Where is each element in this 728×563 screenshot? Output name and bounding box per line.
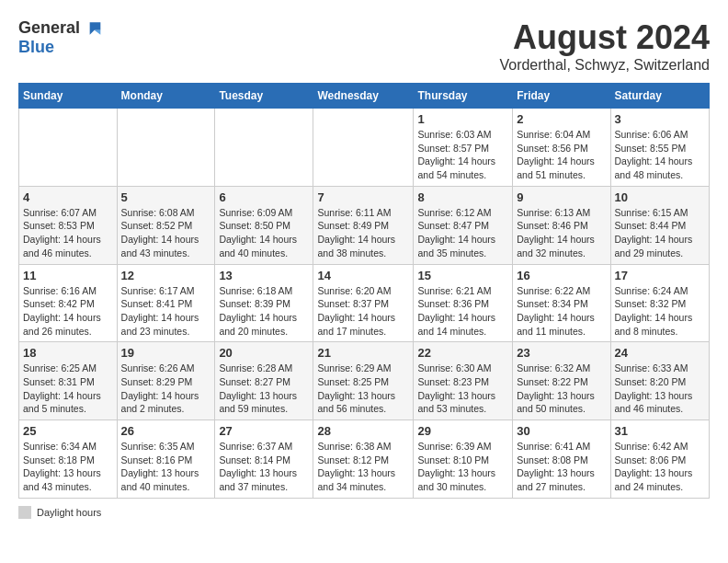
day-info: Sunrise: 6:11 AM Sunset: 8:49 PM Dayligh… (317, 206, 409, 260)
calendar-cell: 9Sunrise: 6:13 AM Sunset: 8:46 PM Daylig… (513, 186, 610, 264)
day-number: 15 (417, 269, 508, 282)
header-cell-saturday: Saturday (610, 84, 709, 109)
calendar-cell: 28Sunrise: 6:38 AM Sunset: 8:12 PM Dayli… (313, 420, 414, 499)
day-info: Sunrise: 6:03 AM Sunset: 8:57 PM Dayligh… (417, 128, 508, 182)
calendar-cell: 22Sunrise: 6:30 AM Sunset: 8:23 PM Dayli… (414, 342, 513, 420)
day-info: Sunrise: 6:29 AM Sunset: 8:25 PM Dayligh… (317, 362, 409, 416)
calendar-week-3: 18Sunrise: 6:25 AM Sunset: 8:31 PM Dayli… (19, 342, 710, 420)
calendar-body: 1Sunrise: 6:03 AM Sunset: 8:57 PM Daylig… (19, 109, 710, 499)
day-info: Sunrise: 6:07 AM Sunset: 8:53 PM Dayligh… (23, 206, 113, 260)
main-title: August 2024 (499, 18, 710, 57)
logo-icon (84, 19, 102, 38)
daylight-icon (18, 506, 31, 519)
calendar-cell: 17Sunrise: 6:24 AM Sunset: 8:32 PM Dayli… (610, 264, 709, 342)
day-info: Sunrise: 6:42 AM Sunset: 8:06 PM Dayligh… (615, 440, 705, 494)
day-info: Sunrise: 6:39 AM Sunset: 8:10 PM Dayligh… (417, 440, 508, 494)
day-info: Sunrise: 6:22 AM Sunset: 8:34 PM Dayligh… (517, 284, 606, 339)
day-info: Sunrise: 6:13 AM Sunset: 8:46 PM Dayligh… (517, 206, 606, 260)
day-number: 28 (317, 424, 409, 438)
day-number: 26 (121, 424, 211, 438)
day-info: Sunrise: 6:25 AM Sunset: 8:31 PM Dayligh… (23, 362, 113, 416)
calendar-cell: 30Sunrise: 6:41 AM Sunset: 8:08 PM Dayli… (513, 420, 610, 499)
day-number: 27 (219, 424, 309, 438)
day-number: 13 (219, 269, 309, 282)
calendar-cell: 26Sunrise: 6:35 AM Sunset: 8:16 PM Dayli… (117, 420, 215, 499)
day-info: Sunrise: 6:34 AM Sunset: 8:18 PM Dayligh… (23, 440, 113, 494)
day-number: 7 (317, 190, 409, 204)
day-number: 24 (615, 346, 705, 360)
day-number: 23 (517, 346, 606, 360)
day-info: Sunrise: 6:16 AM Sunset: 8:42 PM Dayligh… (23, 284, 113, 339)
calendar-cell: 14Sunrise: 6:20 AM Sunset: 8:37 PM Dayli… (313, 264, 414, 342)
day-number: 3 (615, 112, 705, 126)
day-number: 11 (23, 269, 113, 282)
day-number: 1 (417, 112, 508, 126)
header-cell-wednesday: Wednesday (313, 84, 414, 109)
calendar-cell: 3Sunrise: 6:06 AM Sunset: 8:55 PM Daylig… (610, 109, 709, 187)
day-number: 4 (23, 190, 113, 204)
page-header: General Blue August 2024 Vorderthal, Sch… (18, 18, 710, 74)
calendar-cell: 6Sunrise: 6:09 AM Sunset: 8:50 PM Daylig… (215, 186, 313, 264)
day-info: Sunrise: 6:21 AM Sunset: 8:36 PM Dayligh… (417, 284, 508, 339)
calendar-cell: 18Sunrise: 6:25 AM Sunset: 8:31 PM Dayli… (19, 342, 118, 420)
day-number: 18 (23, 346, 113, 360)
calendar-cell: 20Sunrise: 6:28 AM Sunset: 8:27 PM Dayli… (215, 342, 313, 420)
footer-label: Daylight hours (37, 507, 101, 518)
day-info: Sunrise: 6:30 AM Sunset: 8:23 PM Dayligh… (417, 362, 508, 416)
calendar-cell: 2Sunrise: 6:04 AM Sunset: 8:56 PM Daylig… (513, 109, 610, 187)
day-number: 16 (517, 269, 606, 282)
logo-general-text: General (18, 18, 80, 38)
calendar-cell: 21Sunrise: 6:29 AM Sunset: 8:25 PM Dayli… (313, 342, 414, 420)
calendar-cell: 8Sunrise: 6:12 AM Sunset: 8:47 PM Daylig… (414, 186, 513, 264)
day-info: Sunrise: 6:04 AM Sunset: 8:56 PM Dayligh… (517, 128, 606, 182)
calendar-week-4: 25Sunrise: 6:34 AM Sunset: 8:18 PM Dayli… (19, 420, 710, 499)
footer: Daylight hours (18, 506, 710, 519)
day-info: Sunrise: 6:26 AM Sunset: 8:29 PM Dayligh… (121, 362, 211, 416)
day-number: 5 (121, 190, 211, 204)
calendar-cell: 15Sunrise: 6:21 AM Sunset: 8:36 PM Dayli… (414, 264, 513, 342)
day-info: Sunrise: 6:41 AM Sunset: 8:08 PM Dayligh… (517, 440, 606, 494)
calendar-cell: 1Sunrise: 6:03 AM Sunset: 8:57 PM Daylig… (414, 109, 513, 187)
day-info: Sunrise: 6:37 AM Sunset: 8:14 PM Dayligh… (219, 440, 309, 494)
day-info: Sunrise: 6:35 AM Sunset: 8:16 PM Dayligh… (121, 440, 211, 494)
calendar-cell: 29Sunrise: 6:39 AM Sunset: 8:10 PM Dayli… (414, 420, 513, 499)
calendar-cell: 10Sunrise: 6:15 AM Sunset: 8:44 PM Dayli… (610, 186, 709, 264)
calendar-cell: 27Sunrise: 6:37 AM Sunset: 8:14 PM Dayli… (215, 420, 313, 499)
calendar-cell: 7Sunrise: 6:11 AM Sunset: 8:49 PM Daylig… (313, 186, 414, 264)
calendar-cell: 31Sunrise: 6:42 AM Sunset: 8:06 PM Dayli… (610, 420, 709, 499)
calendar-cell: 11Sunrise: 6:16 AM Sunset: 8:42 PM Dayli… (19, 264, 118, 342)
day-info: Sunrise: 6:18 AM Sunset: 8:39 PM Dayligh… (219, 284, 309, 339)
day-number: 25 (23, 424, 113, 438)
logo: General Blue (18, 18, 102, 57)
day-number: 12 (121, 269, 211, 282)
logo-blue-text: Blue (18, 38, 54, 57)
header-row: SundayMondayTuesdayWednesdayThursdayFrid… (19, 84, 710, 109)
subtitle: Vorderthal, Schwyz, Switzerland (499, 57, 710, 74)
day-number: 22 (417, 346, 508, 360)
day-number: 29 (417, 424, 508, 438)
day-number: 30 (517, 424, 606, 438)
day-info: Sunrise: 6:06 AM Sunset: 8:55 PM Dayligh… (615, 128, 705, 182)
day-info: Sunrise: 6:09 AM Sunset: 8:50 PM Dayligh… (219, 206, 309, 260)
day-number: 20 (219, 346, 309, 360)
day-number: 31 (615, 424, 705, 438)
calendar-cell (117, 109, 215, 187)
calendar-header: SundayMondayTuesdayWednesdayThursdayFrid… (19, 84, 710, 109)
day-number: 8 (417, 190, 508, 204)
calendar-cell (215, 109, 313, 187)
day-info: Sunrise: 6:20 AM Sunset: 8:37 PM Dayligh… (317, 284, 409, 339)
day-number: 2 (517, 112, 606, 126)
header-cell-monday: Monday (117, 84, 215, 109)
day-info: Sunrise: 6:15 AM Sunset: 8:44 PM Dayligh… (615, 206, 705, 260)
calendar-cell (19, 109, 118, 187)
calendar-cell: 19Sunrise: 6:26 AM Sunset: 8:29 PM Dayli… (117, 342, 215, 420)
svg-marker-1 (95, 29, 101, 34)
header-cell-tuesday: Tuesday (215, 84, 313, 109)
day-number: 9 (517, 190, 606, 204)
header-cell-friday: Friday (513, 84, 610, 109)
header-cell-thursday: Thursday (414, 84, 513, 109)
day-number: 10 (615, 190, 705, 204)
calendar-week-1: 4Sunrise: 6:07 AM Sunset: 8:53 PM Daylig… (19, 186, 710, 264)
day-info: Sunrise: 6:32 AM Sunset: 8:22 PM Dayligh… (517, 362, 606, 416)
day-number: 21 (317, 346, 409, 360)
